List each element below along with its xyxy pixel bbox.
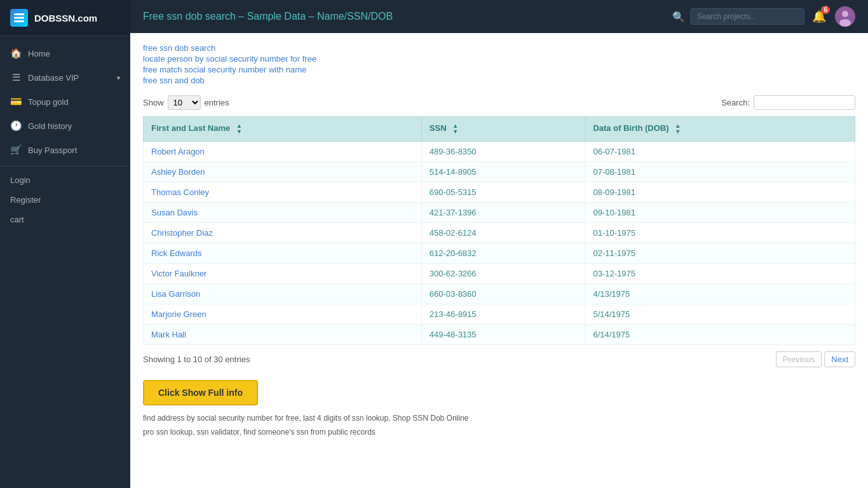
sidebar-item-home-label: Home: [28, 49, 50, 58]
table-row: Susan Davis421-37-139609-10-1981: [144, 203, 855, 223]
pagination-row: Showing 1 to 10 of 30 entries Previous N…: [143, 351, 855, 367]
table-row: Marjorie Green213-46-89155/14/1975: [144, 304, 855, 325]
main-area: Free ssn dob search – Sample Data – Name…: [130, 0, 868, 488]
show-full-info-button[interactable]: Click Show Full info: [143, 380, 258, 405]
svg-rect-2: [14, 20, 24, 22]
sidebar-link-register[interactable]: Register: [0, 190, 130, 210]
sort-icon-dob: ▲▼: [675, 123, 681, 135]
entries-select[interactable]: 10 25 50 100: [168, 95, 201, 110]
sidebar-nav: 🏠 Home ☰ Database VIP ▾ 💳 Topup gold 🕐 G…: [0, 36, 130, 488]
col-dob[interactable]: Data of Birth (DOB) ▲▼: [585, 117, 855, 142]
svg-point-4: [842, 11, 848, 17]
cell-ssn: 458-02-6124: [421, 223, 585, 243]
table-row: Rick Edwards612-20-683202-11-1975: [144, 243, 855, 264]
sidebar-item-database-vip[interactable]: ☰ Database VIP ▾: [0, 65, 130, 90]
breadcrumb-link-3[interactable]: free match social security number with n…: [143, 65, 855, 74]
sidebar-item-database-vip-label: Database VIP: [28, 73, 79, 83]
cell-name[interactable]: Christopher Diaz: [144, 223, 422, 243]
cell-ssn: 449-48-3135: [421, 325, 585, 345]
cell-name[interactable]: Robert Aragon: [144, 142, 422, 162]
content: free ssn dob search locate person by soc…: [130, 33, 868, 488]
svg-point-5: [839, 19, 851, 27]
brand[interactable]: DOBSSN.com: [0, 0, 130, 36]
breadcrumb-link-1[interactable]: free ssn dob search: [143, 43, 855, 53]
sidebar-divider: [0, 166, 130, 166]
svg-rect-0: [14, 13, 24, 15]
cell-dob: 5/14/1975: [585, 304, 855, 325]
breadcrumb-links: free ssn dob search locate person by soc…: [143, 43, 855, 85]
brand-name: DOBSSN.com: [34, 13, 97, 24]
col-name[interactable]: First and Last Name ▲▼: [144, 117, 422, 142]
cell-dob: 07-08-1981: [585, 162, 855, 182]
sidebar-item-topup-gold[interactable]: 💳 Topup gold: [0, 90, 130, 114]
data-table: First and Last Name ▲▼ SSN ▲▼ Data of Bi…: [143, 116, 855, 345]
cell-ssn: 690-05-5315: [421, 182, 585, 203]
table-row: Ashley Borden514-14-890507-08-1981: [144, 162, 855, 182]
topup-icon: 💳: [10, 96, 22, 107]
sort-icon-ssn: ▲▼: [452, 123, 458, 135]
topbar-icons: 🔔 6: [812, 6, 855, 27]
cell-ssn: 300-62-3266: [421, 264, 585, 284]
avatar[interactable]: [835, 6, 855, 27]
table-header: First and Last Name ▲▼ SSN ▲▼ Data of Bi…: [144, 117, 855, 142]
cell-name[interactable]: Susan Davis: [144, 203, 422, 223]
cell-name[interactable]: Thomas Conley: [144, 182, 422, 203]
breadcrumb-link-2[interactable]: locate person by social security number …: [143, 54, 855, 64]
brand-icon: [10, 9, 28, 27]
entries-label: entries: [205, 98, 229, 107]
cell-ssn: 612-20-6832: [421, 243, 585, 264]
cell-name[interactable]: Marjorie Green: [144, 304, 422, 325]
footer-links: find address by social security number f…: [143, 412, 855, 439]
breadcrumb-link-4[interactable]: free ssn and dob: [143, 76, 855, 85]
sidebar-item-gold-history[interactable]: 🕐 Gold history: [0, 114, 130, 138]
cell-name[interactable]: Victor Faulkner: [144, 264, 422, 284]
next-button[interactable]: Next: [824, 351, 855, 367]
show-label: Show: [143, 98, 164, 107]
table-row: Victor Faulkner300-62-326603-12-1975: [144, 264, 855, 284]
pagination-buttons: Previous Next: [776, 351, 855, 367]
table-row: Robert Aragon489-36-835006-07-1981: [144, 142, 855, 162]
table-search-input[interactable]: [754, 95, 855, 110]
notification-badge: 6: [821, 6, 830, 14]
topbar: Free ssn dob search – Sample Data – Name…: [130, 0, 868, 33]
sidebar-item-home[interactable]: 🏠 Home: [0, 41, 130, 65]
cell-ssn: 514-14-8905: [421, 162, 585, 182]
previous-button[interactable]: Previous: [776, 351, 822, 367]
cell-ssn: 660-03-8360: [421, 284, 585, 304]
notification-bell[interactable]: 🔔 6: [812, 10, 826, 24]
table-row: Thomas Conley690-05-531508-09-1981: [144, 182, 855, 203]
cell-name[interactable]: Rick Edwards: [144, 243, 422, 264]
cell-dob: 03-12-1975: [585, 264, 855, 284]
pagination-info: Showing 1 to 10 of 30 entries: [143, 355, 250, 364]
search-icon[interactable]: 🔍: [672, 11, 685, 23]
cell-dob: 02-11-1975: [585, 243, 855, 264]
svg-rect-1: [14, 17, 24, 19]
search-input[interactable]: [690, 8, 804, 25]
sidebar-item-gold-history-label: Gold history: [28, 121, 72, 131]
cta-section: Click Show Full info: [143, 380, 855, 405]
cell-dob: 09-10-1981: [585, 203, 855, 223]
table-row: Lisa Garrison660-03-83604/13/1975: [144, 284, 855, 304]
sidebar-item-buy-passport[interactable]: 🛒 Buy Passport: [0, 138, 130, 162]
cell-dob: 01-10-1975: [585, 223, 855, 243]
table-row: Christopher Diaz458-02-612401-10-1975: [144, 223, 855, 243]
footer-line-2: pro ssn lookup, ssn validator, find some…: [143, 426, 855, 440]
sidebar-item-buy-passport-label: Buy Passport: [28, 146, 77, 155]
sidebar-link-cart[interactable]: cart: [0, 210, 130, 229]
content-inner: free ssn dob search locate person by soc…: [130, 33, 868, 452]
cell-dob: 06-07-1981: [585, 142, 855, 162]
home-icon: 🏠: [10, 48, 22, 59]
page-title: Free ssn dob search – Sample Data – Name…: [143, 11, 665, 22]
cell-name[interactable]: Ashley Borden: [144, 162, 422, 182]
cell-name[interactable]: Lisa Garrison: [144, 284, 422, 304]
cell-name[interactable]: Mark Hall: [144, 325, 422, 345]
cart-icon: 🛒: [10, 144, 22, 156]
table-search-box: Search:: [721, 95, 855, 110]
history-icon: 🕐: [10, 120, 22, 132]
footer-line-1: find address by social security number f…: [143, 412, 855, 426]
cell-ssn: 421-37-1396: [421, 203, 585, 223]
sort-icon-name: ▲▼: [236, 123, 242, 135]
sidebar-link-login[interactable]: Login: [0, 170, 130, 190]
col-ssn[interactable]: SSN ▲▼: [421, 117, 585, 142]
cell-dob: 6/14/1975: [585, 325, 855, 345]
